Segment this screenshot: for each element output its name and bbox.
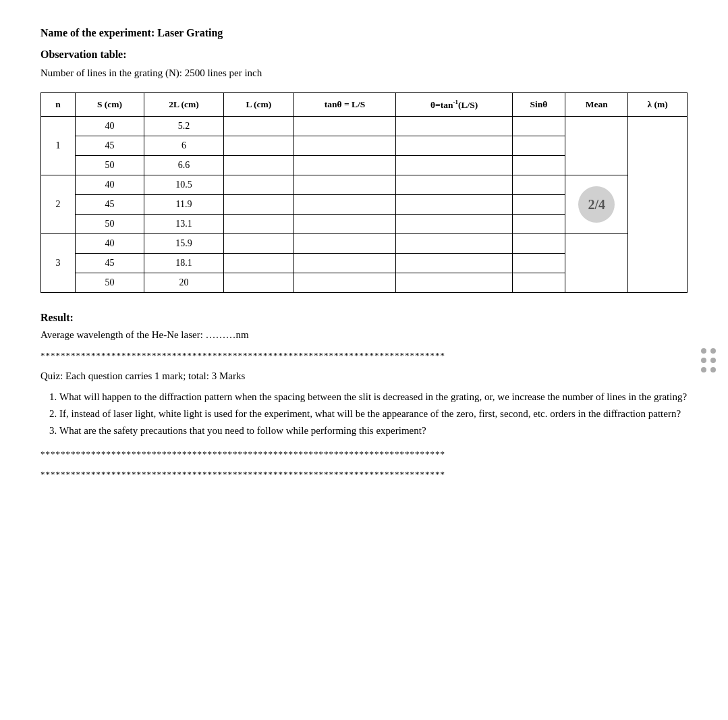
twol-value: 6.6 [144,155,224,175]
experiment-title: Name of the experiment: Laser Grating [40,27,688,39]
col-tan: tanθ = L/S [293,93,396,117]
separator-top: ****************************************… [40,350,688,361]
table-row: 2 40 10.5 2/4 [41,175,688,194]
quiz-title: Quiz: Each question carries 1 mark; tota… [40,370,688,382]
observation-table: n S (cm) 2L (cm) L (cm) tanθ = L/S θ=tan… [40,92,688,293]
s-value: 40 [75,233,144,253]
quiz-item-1: What will happen to the diffraction patt… [59,391,688,403]
quiz-item-2: If, instead of laser light, white light … [59,408,688,420]
col-2l: 2L (cm) [144,93,224,117]
dot [710,348,716,354]
col-s: S (cm) [75,93,144,117]
twol-value: 10.5 [144,175,224,194]
col-l: L (cm) [224,93,294,117]
twol-value: 13.1 [144,214,224,233]
dot [710,367,716,372]
col-lambda: λ (m) [628,93,688,117]
n-value: 1 [41,116,76,175]
s-value: 50 [75,155,144,175]
side-dots-decoration [701,348,716,372]
twol-value: 6 [144,136,224,155]
s-value: 45 [75,253,144,273]
table-row: 3 40 15.9 [41,233,688,253]
result-text: Average wavelength of the He-Ne laser: …… [40,329,688,341]
quiz-item-3: What are the safety precautions that you… [59,425,688,437]
observation-title: Observation table: [40,49,688,61]
s-value: 45 [75,136,144,155]
dot [701,367,706,372]
quiz-list: What will happen to the diffraction patt… [40,391,688,437]
col-n: n [41,93,76,117]
mean-cell: 2/4 [565,175,628,233]
fraction-badge: 2/4 [578,186,615,223]
twol-value: 11.9 [144,194,224,214]
n-value: 3 [41,233,76,292]
separator-bottom-1: ****************************************… [40,449,688,460]
s-value: 50 [75,214,144,233]
twol-value: 15.9 [144,233,224,253]
col-theta: θ=tan-1(L/S) [396,93,512,117]
dot [701,348,706,354]
twol-value: 20 [144,273,224,292]
s-value: 45 [75,194,144,214]
table-row: 1 40 5.2 [41,116,688,136]
twol-value: 5.2 [144,116,224,136]
s-value: 50 [75,273,144,292]
lines-info: Number of lines in the grating (N): 2500… [40,67,688,79]
col-mean: Mean [565,93,628,117]
dot [701,358,706,363]
s-value: 40 [75,116,144,136]
s-value: 40 [75,175,144,194]
result-title: Result: [40,312,688,324]
col-sin: Sinθ [512,93,565,117]
dot [710,358,716,363]
separator-bottom-2: ****************************************… [40,469,688,480]
twol-value: 18.1 [144,253,224,273]
n-value: 2 [41,175,76,233]
